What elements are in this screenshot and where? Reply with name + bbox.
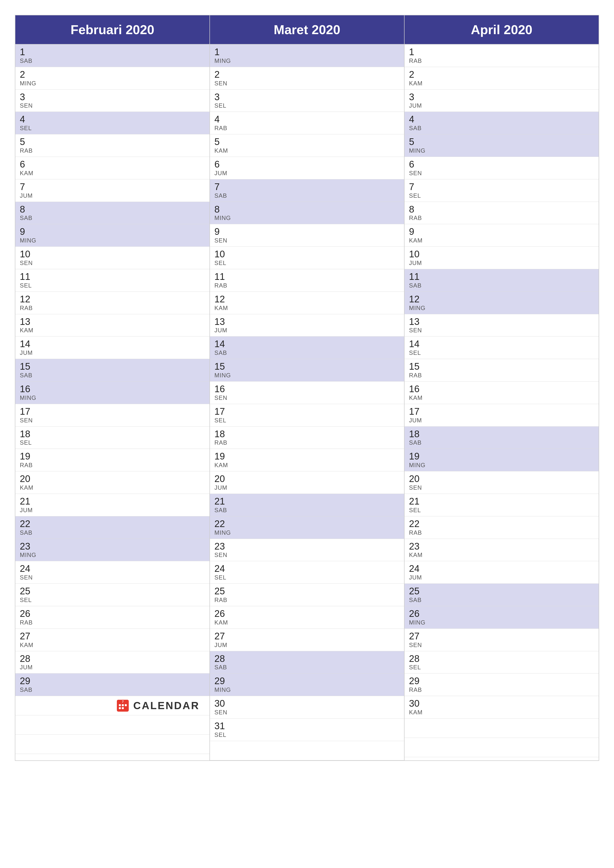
day-name: RAB bbox=[20, 619, 205, 626]
day-cell: 5RAB bbox=[16, 134, 210, 157]
day-cell: 25RAB bbox=[210, 584, 404, 606]
day-cell: 3SEL bbox=[210, 90, 404, 112]
month-header-0: Februari 2020 bbox=[16, 16, 210, 44]
day-number: 27 bbox=[409, 631, 594, 642]
svg-rect-3 bbox=[122, 704, 124, 706]
day-name: RAB bbox=[409, 687, 594, 693]
day-name: SEL bbox=[409, 192, 594, 199]
day-number: 12 bbox=[409, 294, 594, 305]
day-cell: 15RAB bbox=[404, 359, 598, 381]
day-cell: 11SEL bbox=[16, 269, 210, 292]
day-name: SEN bbox=[215, 80, 399, 87]
day-number: 1 bbox=[20, 47, 205, 57]
day-number: 6 bbox=[20, 160, 205, 170]
day-cell: 7JUM bbox=[16, 180, 210, 202]
day-name: SEN bbox=[409, 642, 594, 648]
day-number: 24 bbox=[20, 564, 205, 574]
day-number: 1 bbox=[409, 47, 594, 57]
day-number: 9 bbox=[409, 227, 594, 237]
day-name: SAB bbox=[20, 57, 205, 64]
day-name: SEL bbox=[20, 125, 205, 132]
day-number: 2 bbox=[20, 70, 205, 80]
day-cell: 5KAM bbox=[210, 134, 404, 157]
day-cell: 31SEL bbox=[210, 719, 404, 741]
day-number: 5 bbox=[409, 137, 594, 147]
day-cell: 13JUM bbox=[210, 314, 404, 337]
day-number: 28 bbox=[215, 654, 399, 664]
day-name: JUM bbox=[20, 664, 205, 671]
day-name: KAM bbox=[409, 709, 594, 716]
day-name: SAB bbox=[20, 529, 205, 536]
day-name: SEL bbox=[215, 417, 399, 424]
svg-rect-5 bbox=[119, 707, 121, 709]
day-number: 24 bbox=[409, 564, 594, 574]
day-cell-empty bbox=[210, 741, 404, 760]
day-name: SEN bbox=[409, 170, 594, 177]
day-name: SEN bbox=[215, 709, 399, 716]
svg-rect-4 bbox=[125, 704, 127, 706]
month-header-1: Maret 2020 bbox=[210, 16, 404, 44]
day-cell: 12MING bbox=[404, 292, 598, 314]
day-number: 13 bbox=[215, 317, 399, 327]
day-name: SEL bbox=[20, 597, 205, 603]
day-number: 14 bbox=[215, 339, 399, 349]
day-cell: 23KAM bbox=[404, 539, 598, 561]
day-number: 4 bbox=[20, 114, 205, 125]
day-number: 17 bbox=[409, 406, 594, 417]
day-cell: 7SAB bbox=[210, 180, 404, 202]
day-name: RAB bbox=[409, 529, 594, 536]
day-name: RAB bbox=[20, 305, 205, 312]
day-number: 10 bbox=[215, 249, 399, 260]
day-cell: 27SEN bbox=[404, 629, 598, 651]
day-name: KAM bbox=[409, 552, 594, 558]
day-number: 29 bbox=[20, 676, 205, 687]
day-number: 14 bbox=[409, 339, 594, 349]
day-number: 22 bbox=[20, 519, 205, 529]
day-cell: 3JUM bbox=[404, 90, 598, 112]
day-cell: 17SEN bbox=[16, 404, 210, 426]
day-number: 23 bbox=[215, 541, 399, 552]
day-column-0: 1SAB2MING3SEN4SEL5RAB6KAM7JUM8SAB9MING10… bbox=[16, 45, 210, 760]
day-name: MING bbox=[215, 687, 399, 693]
day-number: 3 bbox=[215, 92, 399, 102]
day-cell: 5MING bbox=[404, 134, 598, 157]
day-cell: 10JUM bbox=[404, 247, 598, 269]
day-number: 30 bbox=[215, 699, 399, 709]
day-name: SAB bbox=[409, 597, 594, 603]
day-cell: 21SAB bbox=[210, 494, 404, 516]
day-cell: 26KAM bbox=[210, 606, 404, 629]
day-number: 13 bbox=[409, 317, 594, 327]
day-name: JUM bbox=[409, 260, 594, 267]
day-number: 13 bbox=[20, 317, 205, 327]
day-name: SAB bbox=[215, 192, 399, 199]
day-name: RAB bbox=[20, 462, 205, 469]
day-name: SEL bbox=[409, 664, 594, 671]
day-cell-empty bbox=[16, 715, 210, 735]
day-name: JUM bbox=[20, 349, 205, 356]
day-cell: 15SAB bbox=[16, 359, 210, 381]
day-cell: 6JUM bbox=[210, 157, 404, 180]
day-cell: 6KAM bbox=[16, 157, 210, 180]
day-name: MING bbox=[409, 462, 594, 469]
day-cell: 18SEL bbox=[16, 426, 210, 449]
day-name: JUM bbox=[215, 484, 399, 491]
day-name: SEL bbox=[409, 507, 594, 514]
day-number: 18 bbox=[215, 429, 399, 439]
day-name: JUM bbox=[20, 192, 205, 199]
day-number: 15 bbox=[215, 361, 399, 372]
day-number: 23 bbox=[20, 541, 205, 552]
day-name: SEL bbox=[215, 102, 399, 109]
day-cell: 17SEL bbox=[210, 404, 404, 426]
day-cell: 13KAM bbox=[16, 314, 210, 337]
day-name: MING bbox=[409, 619, 594, 626]
day-name: SAB bbox=[215, 664, 399, 671]
day-name: SEN bbox=[20, 102, 205, 109]
day-name: MING bbox=[409, 305, 594, 312]
day-name: SEL bbox=[409, 349, 594, 356]
day-name: MING bbox=[215, 372, 399, 379]
day-cell: 28SEL bbox=[404, 651, 598, 674]
day-name: SAB bbox=[20, 372, 205, 379]
day-cell: 8MING bbox=[210, 202, 404, 225]
day-cell: 29SAB bbox=[16, 674, 210, 696]
day-name: SEN bbox=[215, 552, 399, 558]
